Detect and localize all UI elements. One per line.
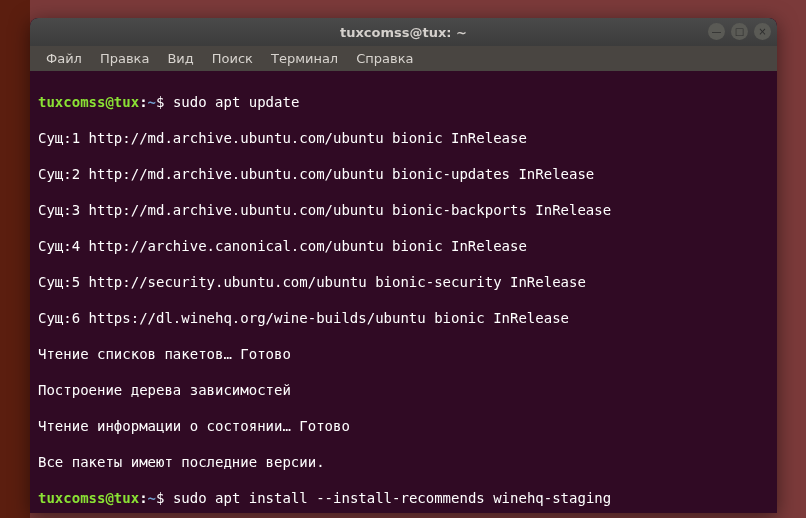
output-line: Сущ:1 http://md.archive.ubuntu.com/ubunt… [38, 129, 769, 147]
close-button[interactable]: × [754, 23, 771, 40]
output-line: Сущ:6 https://dl.winehq.org/wine-builds/… [38, 309, 769, 327]
output-line: Сущ:4 http://archive.canonical.com/ubunt… [38, 237, 769, 255]
output-line: Сущ:5 http://security.ubuntu.com/ubuntu … [38, 273, 769, 291]
menu-help[interactable]: Справка [348, 48, 421, 69]
menu-search[interactable]: Поиск [204, 48, 261, 69]
maximize-icon: □ [735, 27, 744, 37]
output-line: Все пакеты имеют последние версии. [38, 453, 769, 471]
menu-edit[interactable]: Правка [92, 48, 157, 69]
prompt-user: tuxcomss@tux [38, 94, 139, 110]
prompt-path: ~ [148, 490, 156, 506]
prompt-path: ~ [148, 94, 156, 110]
window-title: tuxcomss@tux: ~ [340, 25, 467, 40]
window-controls: — □ × [708, 23, 771, 40]
terminal-output[interactable]: tuxcomss@tux:~$ sudo apt update Сущ:1 ht… [30, 71, 777, 513]
command-text: sudo apt install --install-recommends wi… [173, 490, 611, 506]
prompt-dollar: $ [156, 94, 173, 110]
menu-terminal[interactable]: Терминал [263, 48, 346, 69]
output-line: Чтение списков пакетов… Готово [38, 345, 769, 363]
prompt-dollar: $ [156, 490, 173, 506]
prompt-line: tuxcomss@tux:~$ sudo apt update [38, 93, 769, 111]
output-line: Сущ:3 http://md.archive.ubuntu.com/ubunt… [38, 201, 769, 219]
maximize-button[interactable]: □ [731, 23, 748, 40]
minimize-icon: — [712, 27, 722, 37]
prompt-line: tuxcomss@tux:~$ sudo apt install --insta… [38, 489, 769, 507]
titlebar[interactable]: tuxcomss@tux: ~ — □ × [30, 18, 777, 46]
output-line: Построение дерева зависимостей [38, 381, 769, 399]
desktop-left-edge [0, 0, 30, 518]
output-line: Сущ:2 http://md.archive.ubuntu.com/ubunt… [38, 165, 769, 183]
menu-view[interactable]: Вид [159, 48, 201, 69]
prompt-colon: : [139, 490, 147, 506]
prompt-user: tuxcomss@tux [38, 490, 139, 506]
menubar: Файл Правка Вид Поиск Терминал Справка [30, 46, 777, 71]
prompt-colon: : [139, 94, 147, 110]
terminal-window: tuxcomss@tux: ~ — □ × Файл Правка Вид По… [30, 18, 777, 513]
close-icon: × [758, 27, 766, 37]
output-line: Чтение информации о состоянии… Готово [38, 417, 769, 435]
command-text: sudo apt update [173, 94, 299, 110]
menu-file[interactable]: Файл [38, 48, 90, 69]
minimize-button[interactable]: — [708, 23, 725, 40]
